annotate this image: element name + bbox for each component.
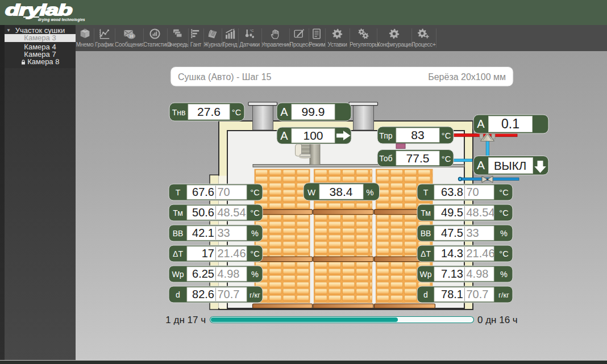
svg-text:82.6: 82.6: [192, 288, 214, 300]
svg-text:99.9: 99.9: [302, 105, 325, 118]
svg-text:Тнв: Тнв: [172, 108, 186, 117]
svg-text:°C: °C: [232, 108, 241, 117]
svg-text:г/кг: г/кг: [498, 291, 509, 299]
svg-text:°C: °C: [442, 154, 451, 164]
svg-text:77.5: 77.5: [406, 152, 430, 165]
svg-text:ΔТ: ΔТ: [173, 249, 183, 258]
svg-text:1 дн 17 ч: 1 дн 17 ч: [165, 315, 206, 325]
svg-text:°C: °C: [499, 249, 508, 258]
svg-text:10: 10: [129, 34, 134, 38]
svg-text:100: 100: [303, 129, 323, 142]
svg-text:ВЫКЛ: ВЫКЛ: [494, 159, 526, 172]
svg-text:A: A: [477, 118, 485, 130]
svg-text:70: 70: [467, 186, 479, 198]
svg-text:°C: °C: [250, 188, 259, 197]
svg-text:4.98: 4.98: [467, 267, 489, 280]
svg-text:A: A: [477, 158, 485, 171]
svg-text:Т: Т: [423, 188, 429, 197]
svg-text:67.6: 67.6: [192, 186, 214, 198]
svg-text:ВВ: ВВ: [421, 229, 431, 238]
svg-text:A: A: [280, 129, 288, 142]
svg-text:ΔТ: ΔТ: [421, 249, 431, 258]
svg-text:49.5: 49.5: [441, 206, 463, 219]
svg-text:48.54: 48.54: [218, 206, 246, 219]
svg-text:Сушка (Авто) - Шаг 15: Сушка (Авто) - Шаг 15: [178, 72, 272, 82]
svg-text:Тпр: Тпр: [379, 131, 393, 140]
svg-text:70.7: 70.7: [467, 288, 489, 300]
svg-text:%: %: [500, 270, 508, 279]
svg-text:°C: °C: [442, 131, 451, 140]
svg-text:14.3: 14.3: [441, 247, 463, 260]
svg-text:83: 83: [411, 128, 424, 141]
svg-text:33: 33: [467, 227, 479, 239]
svg-text:78.1: 78.1: [441, 288, 463, 300]
svg-text:21.46: 21.46: [467, 247, 495, 260]
svg-text:27.6: 27.6: [197, 105, 221, 118]
svg-text:0 дн 16 ч: 0 дн 16 ч: [477, 315, 518, 325]
svg-text:°C: °C: [250, 249, 259, 258]
svg-text:%: %: [251, 229, 259, 238]
svg-text:6.25: 6.25: [192, 267, 214, 280]
svg-text:70: 70: [218, 186, 230, 198]
svg-text:47.5: 47.5: [441, 227, 463, 239]
svg-text:Wp: Wp: [172, 270, 184, 279]
svg-text:%: %: [366, 187, 373, 197]
svg-text:г/кг: г/кг: [250, 291, 260, 299]
svg-text:%: %: [500, 229, 508, 238]
svg-text:21.46: 21.46: [218, 247, 246, 260]
svg-text:d: d: [423, 290, 428, 299]
svg-text:Тоб: Тоб: [379, 154, 392, 163]
svg-text:A: A: [280, 106, 288, 118]
svg-text:%: %: [251, 270, 259, 279]
svg-text:17: 17: [202, 247, 214, 260]
svg-text:Тм: Тм: [421, 208, 431, 217]
svg-text:42.1: 42.1: [192, 227, 214, 239]
svg-text:°C: °C: [250, 28, 253, 32]
svg-text:d: d: [176, 290, 180, 299]
svg-text:33: 33: [218, 227, 230, 239]
svg-text:38.4: 38.4: [330, 185, 353, 198]
svg-text:0.1: 0.1: [501, 116, 519, 131]
svg-text:°C: °C: [499, 188, 508, 197]
svg-text:50.6: 50.6: [192, 206, 214, 219]
svg-text:Тм: Тм: [173, 208, 183, 217]
svg-text:48.54: 48.54: [467, 206, 495, 219]
svg-text:°C: °C: [250, 208, 259, 217]
svg-text:70.7: 70.7: [218, 288, 240, 300]
svg-text:4.98: 4.98: [218, 267, 240, 280]
svg-text:7.13: 7.13: [441, 267, 463, 280]
svg-text:63.8: 63.8: [441, 186, 463, 198]
svg-text:W: W: [307, 187, 316, 197]
svg-text:ВВ: ВВ: [173, 229, 184, 238]
svg-text:Wp: Wp: [420, 270, 432, 279]
svg-text:Т: Т: [176, 188, 181, 197]
svg-text:°C: °C: [499, 208, 508, 217]
svg-text:Берёза 20x100 мм: Берёза 20x100 мм: [428, 72, 506, 82]
